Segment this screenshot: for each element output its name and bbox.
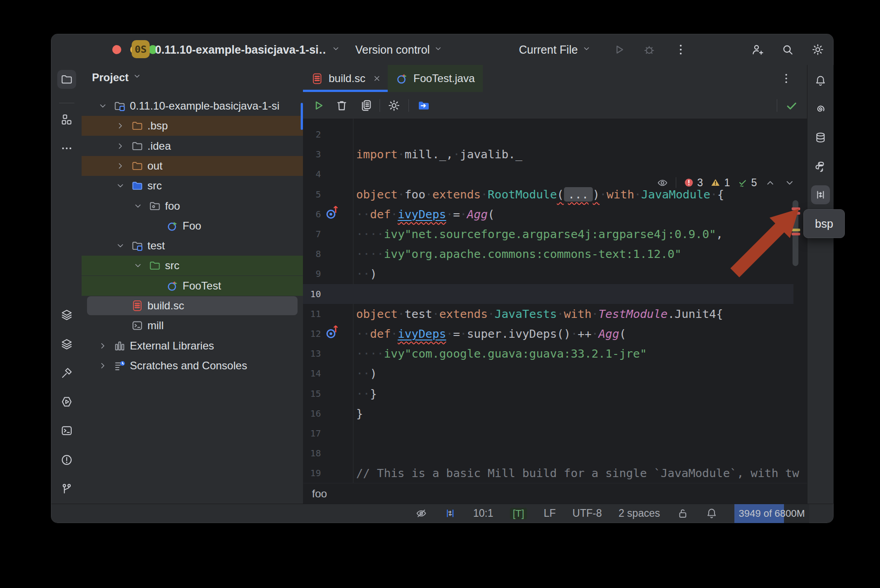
- ok-status-icon[interactable]: [784, 98, 799, 113]
- chevron-down-icon[interactable]: [97, 101, 108, 111]
- notifications-tool-button[interactable]: [813, 73, 828, 88]
- tree-item-build-sc[interactable]: build.sc: [82, 296, 303, 316]
- run-task-button[interactable]: [311, 98, 325, 113]
- indent-style[interactable]: 2 spaces: [619, 507, 660, 519]
- tree-item-out[interactable]: out: [82, 156, 303, 176]
- tree-item-foo[interactable]: foo: [82, 196, 303, 216]
- code-line-11: 11object·test·extends·JavaTests·with·Tes…: [303, 304, 807, 324]
- tree-item-label: 0.11.10-example-basicjava-1-si: [130, 100, 280, 112]
- tree-item-0-11-10-example-basicjava-1-si[interactable]: 0.11.10-example-basicjava-1-si: [82, 96, 303, 116]
- run-gutter-icon[interactable]: ↑: [326, 328, 338, 340]
- services-tool-button[interactable]: [59, 394, 74, 409]
- chevron-right-icon[interactable]: [115, 141, 126, 152]
- settings-button[interactable]: [387, 98, 401, 113]
- chevron-down-icon[interactable]: [133, 201, 143, 211]
- tree-item-label: src: [165, 259, 179, 272]
- highlighting-level-button[interactable]: [415, 507, 427, 519]
- tree-item-test[interactable]: test: [82, 236, 303, 256]
- memory-indicator[interactable]: 3949 of 6800M: [734, 504, 809, 523]
- notifications-button[interactable]: [706, 507, 718, 519]
- chevron-down-icon: [331, 43, 341, 56]
- tree-item-scratches-and-consoles[interactable]: Scratches and Consoles: [82, 356, 303, 376]
- line-number: 18: [303, 448, 321, 459]
- file-encoding[interactable]: UTF-8: [573, 507, 602, 519]
- vcs-menu[interactable]: Version control: [355, 34, 443, 65]
- line-number: 4: [303, 169, 321, 179]
- folded-region[interactable]: ...: [564, 187, 593, 202]
- chevron-down-icon[interactable]: [115, 240, 126, 251]
- chevron-right-icon[interactable]: [97, 340, 108, 351]
- tree-item-label: .bsp: [147, 119, 168, 132]
- tree-item-label: test: [147, 239, 165, 252]
- tree-item-bsp[interactable]: .bsp: [82, 116, 303, 136]
- chevron-right-icon[interactable]: [97, 360, 108, 371]
- settings-gear-icon[interactable]: [811, 42, 825, 57]
- right-tool-stripe: [807, 65, 834, 504]
- class-test-icon: [166, 280, 179, 292]
- tree-item-foo[interactable]: Foo: [82, 216, 303, 236]
- select-opened-file-button[interactable]: [417, 98, 431, 113]
- project-badge[interactable]: 0S: [132, 40, 150, 58]
- tree-item-footest[interactable]: FooTest: [82, 276, 303, 296]
- tree-item-idea[interactable]: .idea: [82, 136, 303, 156]
- ai-spiral-tool-button[interactable]: [813, 101, 828, 116]
- bsp-tooltip-label: bsp: [815, 217, 833, 230]
- add-user-icon[interactable]: [750, 42, 765, 57]
- run-config-label: Current File: [519, 43, 578, 56]
- debug-icon[interactable]: [642, 42, 656, 57]
- chevron-down-icon: [582, 43, 591, 56]
- vcs-label: Version control: [355, 43, 430, 56]
- git-tool-button[interactable]: [59, 481, 74, 496]
- more-tools-button[interactable]: [59, 141, 74, 156]
- code-editor[interactable]: 3 1 5 23impor: [303, 119, 807, 483]
- more-options-icon[interactable]: [674, 42, 688, 57]
- build-tool-button[interactable]: [59, 365, 74, 381]
- chevron-right-icon[interactable]: [115, 120, 126, 131]
- python-tool-button[interactable]: [813, 159, 828, 175]
- close-window-button[interactable]: [112, 45, 121, 54]
- tree-item-label: mill: [147, 319, 164, 332]
- code-line-text: }: [356, 407, 363, 420]
- file-type-badge[interactable]: [T]: [510, 508, 527, 519]
- structure-tool-button[interactable]: [59, 112, 74, 127]
- tree-item-src[interactable]: src: [82, 256, 303, 276]
- line-separator[interactable]: LF: [544, 507, 556, 519]
- search-icon[interactable]: [780, 42, 795, 57]
- tree-item-mill[interactable]: mill: [82, 316, 303, 335]
- chevron-down-icon[interactable]: [133, 260, 143, 271]
- tab-label: build.sc: [329, 72, 365, 85]
- breadcrumb-item[interactable]: foo: [312, 487, 327, 500]
- tab-footest-java[interactable]: FooTest.java: [388, 65, 483, 92]
- line-number: 8: [303, 248, 321, 259]
- folder-package-icon: [149, 200, 161, 212]
- caret-position[interactable]: 10:1: [473, 507, 493, 519]
- bsp-sync-widget[interactable]: [444, 507, 456, 519]
- run-gutter-icon[interactable]: ↑: [326, 208, 338, 220]
- problems-tool-button[interactable]: [59, 452, 74, 468]
- database-tool-button[interactable]: [813, 130, 828, 145]
- tab-options-icon[interactable]: [779, 71, 793, 86]
- layers-2-tool-button[interactable]: [59, 336, 74, 352]
- close-tab-icon[interactable]: [372, 74, 381, 83]
- code-line-text: ··): [356, 367, 377, 380]
- delete-button[interactable]: [335, 98, 349, 113]
- project-tool-button[interactable]: [57, 70, 76, 89]
- chevron-down-icon[interactable]: [115, 180, 126, 191]
- code-line-8: 8····ivy"org.apache.commons:commons-text…: [303, 244, 807, 264]
- code-line-text: ··): [356, 267, 377, 280]
- status-bar: 10:1[T]LFUTF-82 spaces3949 of 6800M: [51, 504, 833, 523]
- terminal-tool-button[interactable]: [59, 423, 74, 438]
- run-icon[interactable]: [612, 42, 626, 57]
- line-number: 6: [303, 209, 321, 220]
- project-panel-header[interactable]: Project: [92, 71, 142, 84]
- layers-tool-button[interactable]: [59, 307, 74, 322]
- tree-item-external-libraries[interactable]: External Libraries: [82, 336, 303, 356]
- tab-build-sc[interactable]: build.sc: [303, 65, 390, 92]
- tree-item-src[interactable]: src: [82, 176, 303, 196]
- readonly-toggle[interactable]: [677, 507, 689, 519]
- project-title-menu[interactable]: 0.11.10-example-basicjava-1-si…: [155, 34, 341, 65]
- run-config-selector[interactable]: Current File: [519, 34, 591, 65]
- chevron-right-icon[interactable]: [115, 161, 126, 171]
- copy-button[interactable]: [359, 98, 373, 113]
- bsp-tool-button[interactable]: [811, 185, 830, 204]
